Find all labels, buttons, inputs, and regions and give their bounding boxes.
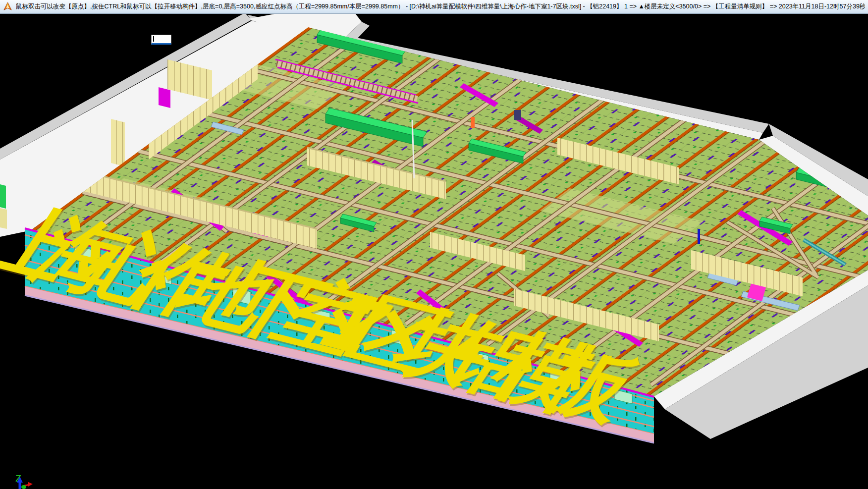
- coordinate-input[interactable]: [151, 35, 171, 45]
- window-title: 鼠标双击可以改变【原点】,按住CTRL和鼠标可以【拉开移动构件】,层底=0,层高…: [16, 2, 865, 11]
- text-caret: [153, 36, 154, 42]
- model-3d-view[interactable]: Z: [0, 0, 868, 489]
- axis-gizmo: Z: [15, 473, 33, 489]
- app-flame-icon: [3, 2, 12, 11]
- window-title-bar: 鼠标双击可以改变【原点】,按住CTRL和鼠标可以【拉开移动构件】,层底=0,层高…: [0, 0, 868, 14]
